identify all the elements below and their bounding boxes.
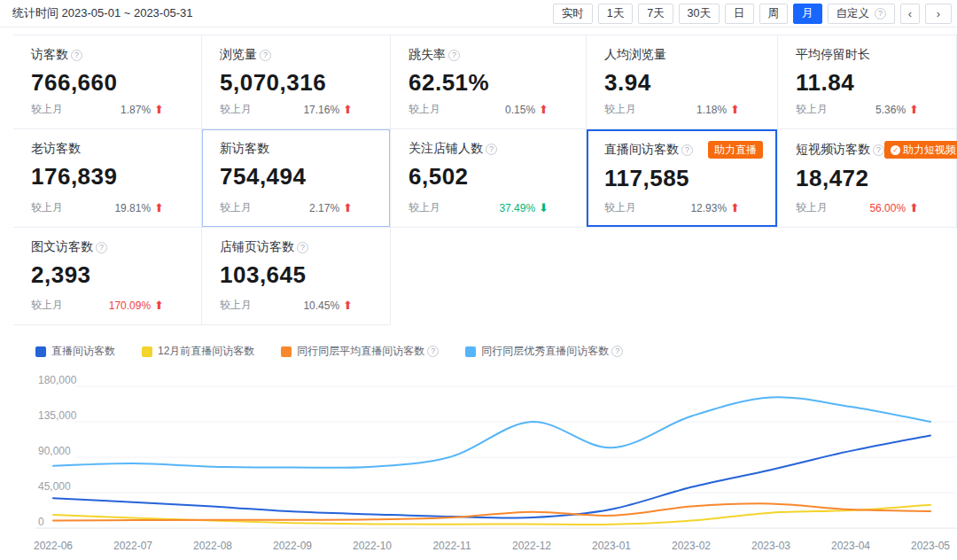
compare-percent: 19.81% [114,202,151,214]
metric-card-header: 短视频访客数?✓助力短视频› [796,141,947,159]
down-arrow-icon: ⬇ [539,201,549,214]
metric-card-header: 跳失率? [408,47,577,63]
promo-badge[interactable]: ✓助力短视频 [884,141,957,159]
metric-card-老访客数[interactable]: 老访客数176,839较上月19.81%⬆ [13,129,202,228]
legend-item-直播间访客数[interactable]: 直播间访客数 [35,344,115,359]
metric-label: 图文访客数 [31,239,93,255]
compare-percent: 56.00% [869,202,906,214]
info-icon[interactable]: ? [448,50,460,61]
x-axis-label-2022-06: 2022-06 [34,540,73,552]
metric-card-人均浏览量[interactable]: 人均浏览量3.94较上月1.18%⬆ [587,35,778,129]
compare-percent: 1.18% [696,104,727,116]
stat-time-label: 统计时间 2023-05-01 ~ 2023-05-31 [12,5,192,21]
range-button-label: 月 [802,4,813,23]
compare-row: 较上月0.15%⬆ [408,102,549,117]
metric-label: 短视频访客数 [796,142,870,158]
metric-card-新访客数[interactable]: 新访客数754,494较上月2.17%⬆ [202,129,391,228]
prev-range-button[interactable]: ‹ [900,4,920,24]
x-axis-label-2022-10: 2022-10 [353,540,392,552]
next-range-button[interactable]: › [925,4,952,24]
legend-item-同行同层平均直播间访客数[interactable]: 同行同层平均直播间访客数? [281,344,439,359]
metric-card-header: 浏览量? [220,47,381,63]
up-arrow-icon: ⬆ [343,299,353,312]
info-icon[interactable]: ? [71,50,82,61]
metric-card-平均停留时长[interactable]: 平均停留时长11.84较上月5.36%⬆ [778,35,957,129]
compare-label: 较上月 [604,200,636,215]
range-button-label: 日 [734,4,745,23]
up-arrow-icon: ⬆ [730,201,740,214]
line-chart-canvas: 045,00090,000135,000180,0002022-062022-0… [0,366,957,560]
range-button-30天[interactable]: 30天 [679,4,720,24]
metric-label: 新访客数 [220,141,269,157]
metric-label: 跳失率 [408,47,446,63]
info-icon[interactable]: ? [611,346,623,357]
range-button-日[interactable]: 日 [725,4,754,24]
compare-label: 较上月 [31,298,63,313]
metric-value: 754,494 [220,163,381,191]
metric-value: 18,472 [796,165,947,192]
compare-percent: 12.93% [690,202,727,214]
legend-item-12月前直播间访客数[interactable]: 12月前直播间访客数 [142,344,254,359]
up-arrow-icon: ⬆ [343,201,353,214]
compare-row: 较上月2.17%⬆ [220,200,353,215]
range-button-周[interactable]: 周 [759,4,789,24]
range-button-实时[interactable]: 实时 [553,4,593,24]
metric-card-关注店铺人数[interactable]: 关注店铺人数?6,502较上月37.49%⬇ [391,129,587,228]
metric-card-访客数[interactable]: 访客数?766,660较上月1.87%⬆ [13,35,202,129]
compare-percent: 37.49% [499,202,535,214]
compare-percent: 170.09% [109,299,151,312]
metric-label: 直播间访客数 [604,142,679,158]
x-axis-label-2022-07: 2022-07 [113,540,152,552]
legend-swatch [465,346,476,357]
compare-percent: 5.36% [875,104,906,116]
info-icon[interactable]: ? [681,144,693,156]
metric-card-店铺页访客数[interactable]: 店铺页访客数?103,645较上月10.45%⬆ [202,228,391,325]
topbar: 统计时间 2023-05-01 ~ 2023-05-31 实时1天7天30天日周… [0,0,957,27]
compare-percent: 17.16% [303,104,339,116]
info-icon[interactable]: ? [873,144,884,156]
x-axis-label-2023-01: 2023-01 [592,540,631,552]
range-button-label: 实时 [562,4,584,23]
legend-swatch [281,346,292,357]
metric-cards-grid: 访客数?766,660较上月1.87%⬆浏览量?5,070,316较上月17.1… [13,35,957,325]
metric-card-header: 老访客数 [31,141,192,157]
range-button-7天[interactable]: 7天 [638,4,673,24]
visitor-trend-chart: 045,00090,000135,000180,0002022-062022-0… [0,366,957,560]
info-icon[interactable]: ? [486,144,497,155]
x-axis-label-2023-03: 2023-03 [751,540,790,552]
info-icon[interactable]: ? [260,50,271,61]
y-axis-label: 0 [38,516,44,528]
metric-card-跳失率[interactable]: 跳失率?62.51%较上月0.15%⬆ [391,35,587,129]
compare-percent: 2.17% [309,202,339,214]
metric-card-直播间访客数[interactable]: 直播间访客数?助力直播117,585较上月12.93%⬆ [587,129,778,228]
up-arrow-icon: ⬆ [343,103,353,116]
compare-label: 较上月 [220,298,252,313]
metric-value: 6,502 [408,163,577,191]
compare-label: 较上月 [796,200,828,215]
legend-swatch [142,346,152,357]
legend-item-同行同层优秀直播间访客数[interactable]: 同行同层优秀直播间访客数? [465,344,623,359]
metric-card-浏览量[interactable]: 浏览量?5,070,316较上月17.16%⬆ [202,35,391,129]
metric-label: 访客数 [31,47,68,63]
metric-value: 766,660 [31,69,192,97]
metric-card-短视频访客数[interactable]: 短视频访客数?✓助力短视频›18,472较上月56.00%⬆ [778,129,957,228]
range-button-label: 30天 [688,4,711,23]
y-axis-label: 45,000 [38,480,71,493]
info-icon[interactable]: ? [297,242,308,253]
range-button-月[interactable]: 月 [793,4,822,24]
range-button-1天[interactable]: 1天 [598,4,633,24]
metric-label: 老访客数 [31,141,81,157]
compare-row: 较上月19.81%⬆ [31,200,164,215]
x-axis-label-2022-11: 2022-11 [432,540,471,552]
info-icon[interactable]: ? [427,346,439,357]
compare-label: 较上月 [31,102,63,117]
info-icon[interactable]: ? [96,242,107,253]
legend-swatch [35,346,46,357]
up-arrow-icon: ⬆ [909,103,919,116]
compare-row: 较上月17.16%⬆ [220,102,353,117]
metric-card-header: 人均浏览量 [604,47,768,63]
metric-card-图文访客数[interactable]: 图文访客数?2,393较上月170.09%⬆ [13,228,202,325]
promo-badge[interactable]: 助力直播 [708,141,763,159]
range-button-自定义[interactable]: 自定义? [828,4,896,24]
metric-label: 关注店铺人数 [408,141,483,157]
